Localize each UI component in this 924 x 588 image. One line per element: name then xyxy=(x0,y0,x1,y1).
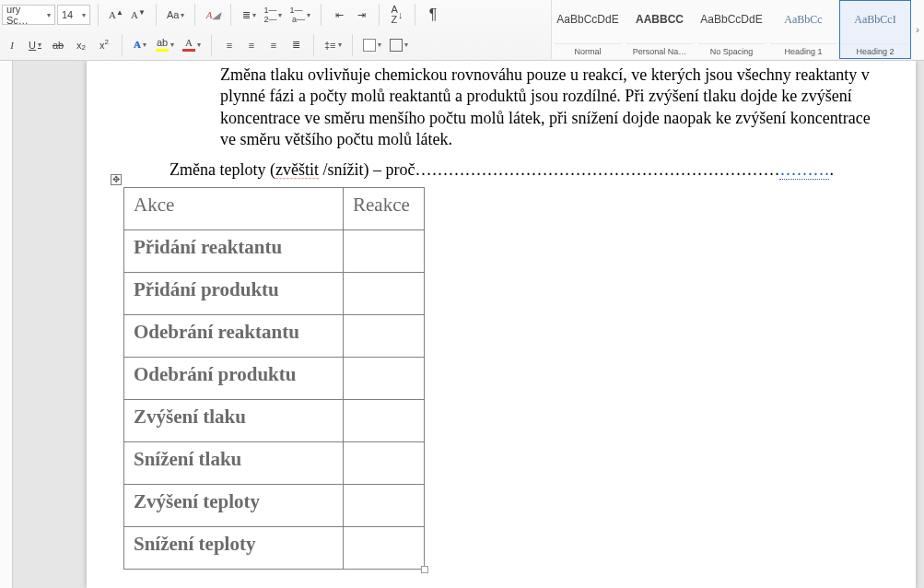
style-name: Personal Na… xyxy=(626,43,693,56)
table-row[interactable]: Odebrání reaktantu xyxy=(124,314,425,357)
ribbon: ury Sc…▾ 14▾ A▲ A▼ Aa ▾ A◢ ≣ ▾ 1—2— ▾ 1—… xyxy=(0,0,924,61)
table-row[interactable]: Zvýšení tlaku xyxy=(124,399,425,441)
table-row[interactable]: Přidání reaktantu xyxy=(124,229,425,272)
style-name: Heading 2 xyxy=(842,43,908,56)
change-case-button[interactable]: Aa ▾ xyxy=(164,4,187,26)
bullet-list-button[interactable]: ≣ ▾ xyxy=(239,4,259,26)
separator xyxy=(313,34,314,56)
style-normal[interactable]: AaBbCcDdENormal xyxy=(552,0,624,59)
table-cell[interactable]: Snížení tlaku xyxy=(124,441,344,484)
table-cell[interactable] xyxy=(344,229,425,272)
separator xyxy=(122,34,123,56)
page[interactable]: Změna tlaku ovlivňuje chemickou rovnováh… xyxy=(87,61,916,588)
styles-scroll-button[interactable]: › xyxy=(911,0,924,59)
table-resize-handle[interactable] xyxy=(421,566,428,573)
table-cell[interactable]: Zvýšení teploty xyxy=(124,484,344,526)
underline-button[interactable]: U ▾ xyxy=(25,34,45,56)
table-cell[interactable]: Přidání reaktantu xyxy=(124,229,344,272)
highlight-color-button[interactable]: ab ▾ xyxy=(153,34,177,56)
subscript-button[interactable]: x2 xyxy=(71,34,91,56)
number-list-button[interactable]: 1—2— ▾ xyxy=(261,4,285,26)
increase-font-button[interactable]: A▲ xyxy=(106,4,126,26)
strikethrough-button[interactable]: ab xyxy=(48,34,68,56)
font-name-value: ury Sc… xyxy=(6,4,45,26)
sort-button[interactable]: AZ↓ xyxy=(387,4,407,26)
dot-leader: ………………………………………………………… xyxy=(415,160,779,179)
text-effects-button[interactable]: A ▾ xyxy=(130,34,150,56)
italic-button[interactable]: I xyxy=(2,34,22,56)
hyperlink-fragment[interactable]: ……… xyxy=(779,160,829,180)
chevron-down-icon: ▾ xyxy=(82,11,86,19)
font-color-button[interactable]: A ▾ xyxy=(180,34,204,56)
document-table[interactable]: Akce Reakce Přidání reaktantuPřidání pro… xyxy=(123,187,425,570)
chevron-down-icon: ▾ xyxy=(278,11,282,19)
table-cell[interactable] xyxy=(344,272,425,314)
table-header-cell[interactable]: Akce xyxy=(124,187,344,229)
table-header-cell[interactable]: Reakce xyxy=(344,187,425,229)
justify-button[interactable]: ≣ xyxy=(286,34,306,56)
separator xyxy=(230,4,231,26)
table-cell[interactable] xyxy=(344,526,425,569)
table-cell[interactable]: Snížení teploty xyxy=(124,526,344,569)
vertical-ruler xyxy=(0,61,13,588)
chevron-down-icon: ▾ xyxy=(197,41,201,49)
table-cell[interactable]: Zvýšení tlaku xyxy=(124,399,344,441)
table-move-handle[interactable]: ✥ xyxy=(111,174,122,185)
table-cell[interactable]: Odebrání produktu xyxy=(124,357,344,399)
separator xyxy=(194,4,195,26)
table-cell[interactable] xyxy=(344,441,425,484)
style-personal-na-[interactable]: AABBCCPersonal Na… xyxy=(624,0,696,59)
chevron-down-icon: ▾ xyxy=(378,41,381,49)
chevron-down-icon: ▾ xyxy=(338,41,342,49)
decrease-indent-button[interactable]: ⇤ xyxy=(329,4,349,26)
spellcheck-error[interactable]: zvěštit xyxy=(275,160,319,180)
table-cell[interactable] xyxy=(344,314,425,357)
style-name: Heading 1 xyxy=(770,43,836,56)
align-center-button[interactable]: ≡ xyxy=(241,34,262,56)
style-heading-1[interactable]: AaBbCcHeading 1 xyxy=(767,0,839,59)
chevron-down-icon: ▾ xyxy=(38,41,41,49)
paragraph[interactable]: Změna teploty (zvěštit /snížit) – proč……… xyxy=(170,160,879,180)
shading-button[interactable]: ▾ xyxy=(360,34,384,56)
table-cell[interactable]: Odebrání reaktantu xyxy=(124,314,344,357)
table-row: Akce Reakce xyxy=(124,187,425,229)
separator xyxy=(156,4,157,26)
separator xyxy=(415,4,415,26)
chevron-down-icon: ▾ xyxy=(47,11,51,19)
decrease-font-button[interactable]: A▼ xyxy=(128,4,148,26)
borders-button[interactable]: ▾ xyxy=(387,34,411,56)
multilevel-list-button[interactable]: 1— a— ▾ xyxy=(287,4,313,26)
style-heading-2[interactable]: AaBbCcIHeading 2 xyxy=(839,0,911,59)
style-no-spacing[interactable]: AaBbCcDdENo Spacing xyxy=(696,0,767,59)
table-row[interactable]: Zvýšení teploty xyxy=(124,484,425,526)
font-size-value: 14 xyxy=(62,9,73,20)
clear-formatting-button[interactable]: A◢ xyxy=(203,4,223,26)
table-cell[interactable]: Přidání produktu xyxy=(124,272,344,314)
chevron-down-icon: ▾ xyxy=(143,41,146,49)
style-sample: AABBCC xyxy=(626,5,693,34)
font-size-combo[interactable]: 14▾ xyxy=(57,5,90,25)
document-workspace: Změna tlaku ovlivňuje chemickou rovnováh… xyxy=(0,61,924,588)
style-sample: AaBbCcDdE xyxy=(698,5,765,34)
superscript-button[interactable]: x2 xyxy=(94,34,114,56)
style-sample: AaBbCc xyxy=(770,5,836,34)
style-sample: AaBbCcI xyxy=(842,5,908,34)
align-left-button[interactable]: ≡ xyxy=(219,34,240,56)
chevron-down-icon: ▾ xyxy=(307,11,310,19)
table-row[interactable]: Přidání produktu xyxy=(124,272,425,314)
table-cell[interactable] xyxy=(344,484,425,526)
table-row[interactable]: Snížení tlaku xyxy=(124,441,425,484)
table-cell[interactable] xyxy=(344,357,425,399)
increase-indent-button[interactable]: ⇥ xyxy=(351,4,371,26)
chevron-down-icon: ▾ xyxy=(404,41,408,49)
font-name-combo[interactable]: ury Sc…▾ xyxy=(2,5,55,25)
style-name: Normal xyxy=(555,43,621,56)
paragraph[interactable]: Změna tlaku ovlivňuje chemickou rovnováh… xyxy=(220,61,879,151)
line-spacing-button[interactable]: ‡≡ ▾ xyxy=(322,34,345,56)
show-paragraph-marks-button[interactable]: ¶ xyxy=(423,4,443,26)
text: /snížit) – proč xyxy=(319,160,415,179)
align-right-button[interactable]: ≡ xyxy=(263,34,284,56)
table-cell[interactable] xyxy=(344,399,425,441)
table-row[interactable]: Snížení teploty xyxy=(124,526,425,569)
table-row[interactable]: Odebrání produktu xyxy=(124,357,425,399)
